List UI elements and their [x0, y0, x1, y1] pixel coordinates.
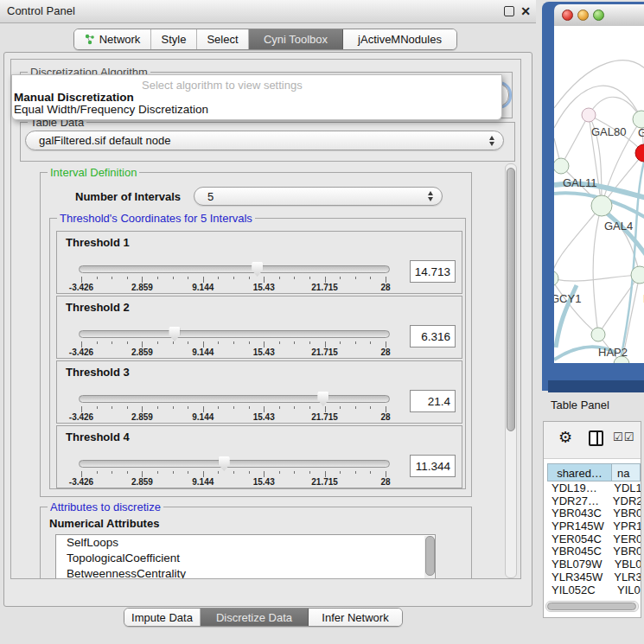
select-columns-icon[interactable]: ☑☑ — [613, 430, 634, 443]
attribute-list-item[interactable]: TopologicalCoefficient — [56, 551, 435, 566]
network-node-red[interactable] — [635, 144, 644, 162]
table-row[interactable]: YDR27…YDR2 — [547, 495, 641, 508]
close-icon[interactable]: ✕ — [520, 6, 531, 17]
network-node[interactable] — [591, 328, 605, 341]
tab-select[interactable]: Select — [197, 29, 249, 49]
network-node[interactable] — [554, 271, 558, 286]
column-header-shared-name[interactable]: shared… — [547, 463, 612, 481]
network-view-window: GAL80GACGAL11GAL4GCY1HHAP2 — [542, 2, 644, 391]
tab-label: Select — [207, 33, 238, 46]
threshold-value-field[interactable]: 6.316 — [410, 325, 456, 348]
network-edge[interactable] — [561, 115, 589, 166]
slider-ticks — [81, 340, 386, 347]
gear-icon[interactable]: ⚙ — [558, 429, 572, 446]
panel-title: Control Panel — [7, 4, 75, 17]
network-graph: GAL80GACGAL11GAL4GCY1HHAP2 — [554, 26, 644, 363]
settings-scrollbar[interactable] — [505, 163, 517, 578]
num-intervals-combobox[interactable]: 5 — [194, 187, 443, 206]
threshold-value-field[interactable]: 11.344 — [410, 455, 456, 477]
num-intervals-label: Number of Intervals — [75, 190, 181, 203]
threshold-label: Threshold 1 — [66, 236, 130, 249]
tab-label: jActiveMNodules — [358, 33, 442, 46]
attribute-list-item[interactable]: BetweennessCentrality — [56, 566, 435, 579]
slider-tick-labels: -3.4262.8599.14415.4321.71528 — [81, 477, 386, 487]
combo-stepper-icon — [428, 191, 434, 201]
bottom-tab-bar: Impute Data Discretize Data Infer Networ… — [124, 608, 403, 627]
network-node-label: GAL4 — [604, 220, 633, 233]
tab-style[interactable]: Style — [151, 29, 197, 49]
table-row[interactable]: YLR345WYLR3 — [547, 571, 641, 584]
control-panel-titlebar: Control Panel ✕ — [0, 0, 536, 23]
network-node[interactable] — [631, 266, 644, 284]
tab-network[interactable]: Network — [74, 29, 151, 49]
threshold-slider[interactable]: -3.4262.8599.14415.4321.71528 — [79, 393, 388, 421]
tab-discretize-data[interactable]: Discretize Data — [201, 609, 309, 626]
table-data-combobox[interactable]: galFiltered.sif default node — [25, 131, 504, 150]
threshold-panel: Threshold 1-3.4262.8599.14415.4321.71528… — [56, 231, 462, 294]
table-hscrollbar[interactable] — [545, 601, 639, 612]
threshold-slider[interactable]: -3.4262.8599.14415.4321.71528 — [79, 264, 388, 291]
threshold-slider[interactable]: -3.4262.8599.14415.4321.71528 — [79, 458, 388, 486]
slider-track[interactable] — [79, 460, 390, 468]
float-window-icon[interactable] — [504, 6, 514, 16]
slider-track[interactable] — [79, 330, 390, 338]
right-pane: GAL80GACGAL11GAL4GCY1HHAP2 Table Panel ⚙… — [536, 0, 644, 644]
threshold-value-field[interactable]: 21.4 — [410, 390, 456, 412]
network-node[interactable] — [591, 195, 612, 216]
threshold-panel: Threshold 4-3.4262.8599.14415.4321.71528… — [56, 425, 462, 488]
scrollbar-thumb[interactable] — [547, 603, 636, 610]
network-window-bottom-frame — [548, 380, 644, 392]
list-scrollbar[interactable] — [424, 536, 434, 579]
close-traffic-light[interactable] — [562, 10, 573, 21]
table-rows: YDL19…YDL1YDR27…YDR2YBR043CYBR0YPR145WYP… — [547, 482, 641, 595]
columns-icon[interactable] — [589, 430, 603, 446]
tab-label: Cyni Toolbox — [264, 33, 328, 46]
tab-infer-network[interactable]: Infer Network — [309, 609, 402, 626]
zoom-traffic-light[interactable] — [593, 10, 604, 21]
scrollbar-thumb[interactable] — [507, 168, 515, 431]
table-row[interactable]: YBR045CYBR0 — [547, 545, 641, 558]
threshold-panel: Threshold 2-3.4262.8599.14415.4321.71528… — [56, 296, 462, 359]
slider-track[interactable] — [79, 265, 390, 273]
threshold-slider[interactable]: -3.4262.8599.14415.4321.71528 — [79, 328, 388, 356]
threshold-value-field[interactable]: 14.713 — [410, 260, 456, 283]
table-panel-title: Table Panel — [551, 399, 609, 411]
network-edge[interactable] — [554, 275, 640, 281]
group-title: Interval Definition — [48, 166, 139, 179]
dropdown-placeholder[interactable]: Select algorithm to view settings — [142, 79, 303, 92]
table-row[interactable]: YPR145WYPR1 — [547, 520, 641, 533]
slider-track[interactable] — [79, 395, 390, 403]
table-row[interactable]: YBR043CYBR0 — [547, 507, 641, 520]
network-window-titlebar[interactable] — [554, 4, 644, 27]
combo-stepper-icon — [489, 136, 495, 146]
network-canvas[interactable]: GAL80GACGAL11GAL4GCY1HHAP2 — [554, 26, 644, 363]
table-toolbar: ⚙ ☑☑ — [544, 422, 641, 459]
algorithm-dropdown-list: Select algorithm to view settings Manual… — [11, 74, 502, 120]
column-header-name[interactable]: na — [612, 463, 641, 481]
tab-impute-data[interactable]: Impute Data — [124, 609, 201, 626]
group-title: Threshold's Coordinates for 5 Intervals — [57, 212, 255, 225]
table-row[interactable]: YIL052CYIL0 — [547, 584, 641, 596]
numerical-attributes-list[interactable]: SelfLoopsTopologicalCoefficientBetweenne… — [55, 534, 436, 579]
dropdown-option-equal-width[interactable]: Equal Width/Frequency Discretization — [14, 103, 208, 116]
table-row[interactable]: YBL079WYBL0 — [547, 558, 641, 571]
attribute-list-item[interactable]: SelfLoops — [56, 535, 435, 551]
table-row[interactable]: YER054CYER0 — [547, 533, 641, 546]
threshold-label: Threshold 3 — [66, 366, 130, 379]
network-edge[interactable] — [593, 206, 602, 335]
table-row[interactable]: YDL19…YDL1 — [547, 482, 641, 495]
network-node-label: HAP2 — [598, 346, 628, 359]
table-panel: ⚙ ☑☑ shared… na YDL19…YDL1YDR27…YDR2YBR0… — [543, 421, 641, 618]
tab-jactivemnodules[interactable]: jActiveMNodules — [343, 29, 456, 49]
network-node[interactable] — [633, 111, 644, 128]
network-node[interactable] — [554, 158, 569, 174]
network-node[interactable] — [582, 108, 596, 122]
dropdown-option-manual[interactable]: Manual Discretization — [14, 91, 134, 104]
tab-cyni-toolbox[interactable]: Cyni Toolbox — [249, 29, 343, 49]
minimize-traffic-light[interactable] — [577, 10, 589, 21]
threshold-label: Threshold 4 — [66, 430, 130, 443]
threshold-label: Threshold 2 — [66, 301, 130, 314]
tab-label: Impute Data — [131, 611, 193, 624]
thresholds-group: Threshold's Coordinates for 5 Intervals … — [49, 218, 466, 489]
tab-label: Infer Network — [322, 611, 388, 624]
